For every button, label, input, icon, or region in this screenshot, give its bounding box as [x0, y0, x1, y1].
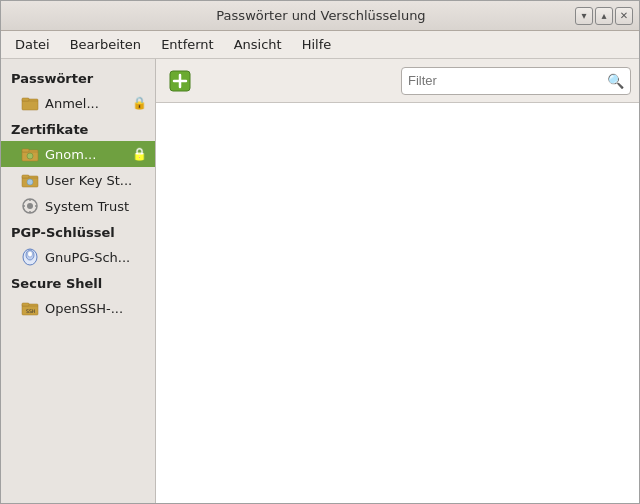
section-header-pgp: PGP-Schlüssel — [1, 219, 155, 244]
sidebar-item-label: OpenSSH-... — [45, 301, 123, 316]
sidebar: Passwörter Anmel... 🔒 Zertifikate — [1, 59, 156, 503]
menubar: Datei Bearbeiten Entfernt Ansicht Hilfe — [1, 31, 639, 59]
sidebar-item-openssh[interactable]: SSH OpenSSH-... — [1, 295, 155, 321]
section-header-ssh: Secure Shell — [1, 270, 155, 295]
sidebar-item-user-key[interactable]: User Key St... — [1, 167, 155, 193]
main-area: 🔍 — [156, 59, 639, 503]
search-icon: 🔍 — [607, 73, 624, 89]
sidebar-item-label: Anmel... — [45, 96, 99, 111]
sidebar-item-anmeldung[interactable]: Anmel... 🔒 — [1, 90, 155, 116]
add-button[interactable] — [164, 65, 196, 97]
sidebar-item-label: Gnom... — [45, 147, 96, 162]
main-window: Passwörter und Verschlüsselung ▾ ▴ ✕ Dat… — [0, 0, 640, 504]
sidebar-item-gnupg[interactable]: GnuPG-Sch... — [1, 244, 155, 270]
section-header-zertifikate: Zertifikate — [1, 116, 155, 141]
pgp-icon — [21, 248, 39, 266]
sidebar-item-label: System Trust — [45, 199, 129, 214]
system-trust-icon — [21, 197, 39, 215]
maximize-button[interactable]: ▴ — [595, 7, 613, 25]
menu-ansicht[interactable]: Ansicht — [224, 34, 292, 55]
svg-point-7 — [27, 179, 33, 185]
svg-rect-1 — [22, 98, 29, 101]
minimize-button[interactable]: ▾ — [575, 7, 593, 25]
window-controls: ▾ ▴ ✕ — [575, 7, 633, 25]
svg-point-16 — [28, 251, 33, 257]
menu-bearbeiten[interactable]: Bearbeiten — [60, 34, 151, 55]
menu-datei[interactable]: Datei — [5, 34, 60, 55]
filter-box: 🔍 — [401, 67, 631, 95]
svg-rect-3 — [22, 149, 29, 152]
svg-point-9 — [27, 203, 33, 209]
titlebar: Passwörter und Verschlüsselung ▾ ▴ ✕ — [1, 1, 639, 31]
menu-hilfe[interactable]: Hilfe — [292, 34, 342, 55]
close-button[interactable]: ✕ — [615, 7, 633, 25]
svg-rect-18 — [22, 303, 29, 306]
svg-text:SSH: SSH — [26, 308, 35, 314]
ssh-icon: SSH — [21, 299, 39, 317]
folder-icon — [21, 94, 39, 112]
lock-icon: 🔒 — [132, 96, 147, 110]
user-key-icon — [21, 171, 39, 189]
sidebar-item-gnome[interactable]: Gnom... 🔒 — [1, 141, 155, 167]
svg-point-4 — [27, 153, 33, 159]
main-content — [156, 103, 639, 503]
filter-input[interactable] — [408, 73, 607, 88]
sidebar-item-label: GnuPG-Sch... — [45, 250, 130, 265]
menu-entfernt[interactable]: Entfernt — [151, 34, 224, 55]
gnome-cert-icon — [21, 145, 39, 163]
sidebar-item-label: User Key St... — [45, 173, 132, 188]
content-area: Passwörter Anmel... 🔒 Zertifikate — [1, 59, 639, 503]
section-header-passworter: Passwörter — [1, 65, 155, 90]
toolbar: 🔍 — [156, 59, 639, 103]
window-title: Passwörter und Verschlüsselung — [67, 8, 575, 23]
svg-rect-6 — [22, 175, 29, 178]
lock-icon: 🔒 — [132, 147, 147, 161]
sidebar-item-system-trust[interactable]: System Trust — [1, 193, 155, 219]
